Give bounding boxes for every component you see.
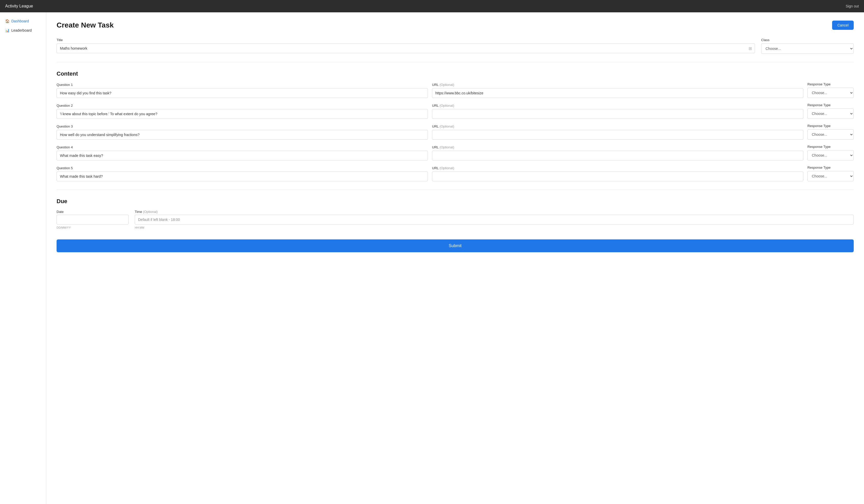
question-row-5: Question 5 URL (Optional) Response Type … (57, 166, 854, 181)
url-1-label: URL (Optional) (432, 83, 803, 87)
response-type-1-select[interactable]: Choose... (807, 88, 854, 98)
app-layout: 🏠 Dashboard 📊 Leaderboard Create New Tas… (0, 12, 864, 504)
sidebar: 🏠 Dashboard 📊 Leaderboard (0, 12, 46, 504)
leaderboard-icon: 📊 (5, 28, 9, 32)
submit-button[interactable]: Submit (57, 239, 854, 252)
url-4-input[interactable] (432, 151, 803, 160)
divider-2 (57, 190, 854, 190)
time-label: Time (Optional) (135, 210, 854, 214)
url-3-input[interactable] (432, 130, 803, 140)
response-type-2-label: Response Type (807, 103, 854, 107)
class-select[interactable]: Choose... (761, 44, 854, 54)
question-3-input[interactable] (57, 130, 428, 140)
main-content: Create New Task Cancel Title ⊞ Class Cho… (46, 12, 864, 504)
url-2-optional: (Optional) (440, 104, 454, 108)
date-col: Date DD/MM/YY (57, 210, 129, 229)
question-row-4: Question 4 URL (Optional) Response Type … (57, 145, 854, 160)
sign-out-button[interactable]: Sign out (846, 4, 859, 8)
url-5-col: URL (Optional) (432, 166, 803, 181)
title-form-group: Title ⊞ (57, 38, 755, 54)
class-form-group: Class Choose... (761, 38, 854, 54)
title-input-wrapper: ⊞ (57, 44, 755, 53)
title-input[interactable] (57, 44, 755, 53)
date-label: Date (57, 210, 129, 214)
submit-bar: Submit (46, 239, 864, 252)
question-3-col: Question 3 (57, 124, 428, 140)
question-row-1: Question 1 URL (Optional) Response Type … (57, 82, 854, 98)
response-type-4-col: Response Type Choose... (807, 145, 854, 160)
url-3-col: URL (Optional) (432, 124, 803, 140)
question-1-col: Question 1 (57, 83, 428, 98)
due-row: Date DD/MM/YY Time (Optional) HH:MM (57, 210, 854, 229)
url-3-optional: (Optional) (440, 124, 454, 128)
response-type-2-col: Response Type Choose... (807, 103, 854, 119)
url-2-input[interactable] (432, 109, 803, 119)
url-2-label: URL (Optional) (432, 104, 803, 108)
title-label: Title (57, 38, 755, 42)
sidebar-item-dashboard[interactable]: 🏠 Dashboard (0, 16, 46, 26)
question-4-input[interactable] (57, 151, 428, 160)
question-4-label: Question 4 (57, 145, 428, 149)
top-nav: Activity League Sign out (0, 0, 864, 12)
response-type-3-select[interactable]: Choose... (807, 129, 854, 140)
title-class-row: Title ⊞ Class Choose... (57, 38, 854, 54)
url-4-col: URL (Optional) (432, 145, 803, 160)
question-4-col: Question 4 (57, 145, 428, 160)
url-1-input[interactable] (432, 88, 803, 98)
url-3-label: URL (Optional) (432, 124, 803, 128)
sidebar-item-label-leaderboard: Leaderboard (11, 28, 32, 32)
question-5-col: Question 5 (57, 166, 428, 181)
url-4-optional: (Optional) (440, 145, 454, 149)
response-type-5-label: Response Type (807, 166, 854, 169)
time-input[interactable] (135, 215, 854, 225)
class-label: Class (761, 38, 854, 42)
url-5-label: URL (Optional) (432, 166, 803, 170)
time-label-text: Time (135, 210, 142, 214)
url-5-optional: (Optional) (440, 166, 454, 170)
question-2-label: Question 2 (57, 104, 428, 108)
brand-name: Activity League (5, 4, 33, 9)
url-2-col: URL (Optional) (432, 104, 803, 119)
question-2-col: Question 2 (57, 104, 428, 119)
url-1-col: URL (Optional) (432, 83, 803, 98)
sidebar-item-label-dashboard: Dashboard (11, 19, 29, 23)
url-4-label: URL (Optional) (432, 145, 803, 149)
sidebar-item-leaderboard[interactable]: 📊 Leaderboard (0, 26, 46, 35)
response-type-1-label: Response Type (807, 82, 854, 86)
time-input-wrapper (135, 215, 854, 225)
cancel-button[interactable]: Cancel (832, 21, 854, 30)
page-header: Create New Task Cancel (57, 21, 854, 30)
response-type-5-select[interactable]: Choose... (807, 171, 854, 181)
response-type-3-label: Response Type (807, 124, 854, 128)
question-1-label: Question 1 (57, 83, 428, 87)
content-section-heading: Content (57, 71, 854, 77)
time-optional: (Optional) (143, 210, 158, 214)
divider-1 (57, 62, 854, 62)
home-icon: 🏠 (5, 19, 9, 23)
url-5-input[interactable] (432, 171, 803, 181)
question-row-2: Question 2 URL (Optional) Response Type … (57, 103, 854, 119)
response-type-3-col: Response Type Choose... (807, 124, 854, 140)
response-type-2-select[interactable]: Choose... (807, 108, 854, 119)
response-type-4-label: Response Type (807, 145, 854, 149)
page-title: Create New Task (57, 21, 114, 29)
question-5-label: Question 5 (57, 166, 428, 170)
question-3-label: Question 3 (57, 124, 428, 128)
url-1-optional: (Optional) (440, 83, 454, 87)
time-hint: HH:MM (135, 226, 854, 229)
question-2-input[interactable] (57, 109, 428, 119)
time-col: Time (Optional) HH:MM (135, 210, 854, 229)
question-row-3: Question 3 URL (Optional) Response Type … (57, 124, 854, 140)
response-type-5-col: Response Type Choose... (807, 166, 854, 181)
date-input[interactable] (57, 215, 129, 225)
response-type-4-select[interactable]: Choose... (807, 150, 854, 160)
date-hint: DD/MM/YY (57, 226, 129, 229)
question-5-input[interactable] (57, 171, 428, 181)
response-type-1-col: Response Type Choose... (807, 82, 854, 98)
due-section-heading: Due (57, 198, 854, 205)
question-1-input[interactable] (57, 88, 428, 98)
